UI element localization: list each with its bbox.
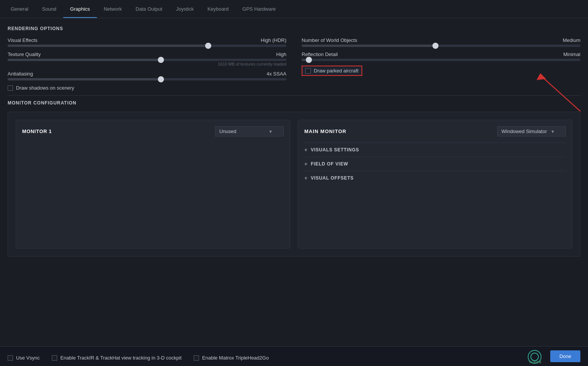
matrox-label: Enable Matrox TripleHead2Go — [202, 355, 269, 361]
trackir-label: Enable TrackIR & TrackHat view tracking … — [60, 355, 182, 361]
rendering-section-header: RENDERING OPTIONS — [8, 26, 580, 31]
matrox-checkbox[interactable] — [194, 355, 199, 361]
world-objects-slider-track — [302, 45, 580, 47]
field-of-view-expand[interactable]: + FIELD OF VIEW — [304, 157, 566, 171]
draw-shadows-label: Draw shadows on scenery — [16, 85, 74, 91]
texture-quality-label: Texture Quality — [8, 51, 41, 57]
svg-line-0 — [542, 77, 580, 111]
draw-shadows-checkbox[interactable] — [8, 85, 13, 91]
rendering-grid: Visual Effects High (HDR) Texture Qualit… — [8, 37, 580, 91]
vsync-label: Use Vsync — [16, 355, 40, 361]
visual-effects-label: Visual Effects — [8, 37, 37, 43]
antialiasing-row: Antialiasing 4x SSAA — [8, 71, 286, 80]
tab-general[interactable]: General — [4, 0, 35, 18]
monitor1-dropdown-value: Unused — [219, 128, 236, 134]
main-monitor-header: MAIN MONITOR Windowed Simulator ▼ — [304, 126, 566, 136]
main-monitor-dropdown-value: Windowed Simulator — [501, 128, 547, 134]
bottom-bar: Use Vsync Enable TrackIR & TrackHat view… — [0, 346, 588, 366]
bottom-bar-right: 飞行家联盟 Done — [525, 349, 580, 364]
draw-parked-highlight: Draw parked aircraft — [302, 66, 362, 76]
texture-quality-slider-thumb[interactable] — [158, 57, 164, 63]
main-content: RENDERING OPTIONS Visual Effects High (H… — [0, 18, 588, 346]
visual-offsets-label: VISUAL OFFSETS — [311, 175, 354, 181]
main-monitor-dropdown-arrow: ▼ — [551, 129, 555, 134]
tab-bar: General Sound Graphics Network Data Outp… — [0, 0, 588, 18]
visual-offsets-icon: + — [304, 175, 308, 181]
visual-offsets-expand[interactable]: + VISUAL OFFSETS — [304, 171, 566, 185]
texture-quality-value: High — [276, 51, 286, 57]
draw-shadows-row: Draw shadows on scenery — [8, 85, 286, 91]
tab-graphics[interactable]: Graphics — [63, 0, 97, 18]
visual-effects-value: High (HDR) — [261, 37, 286, 43]
tab-data-output[interactable]: Data Output — [129, 0, 169, 18]
antialiasing-slider-thumb[interactable] — [158, 76, 164, 82]
monitor1-panel: MONITOR 1 Unused ▼ — [16, 120, 290, 249]
reflection-detail-slider-track — [302, 59, 580, 61]
texture-quality-slider-track — [8, 59, 286, 61]
antialiasing-value: 4x SSAA — [267, 71, 286, 77]
visuals-settings-label: VISUALS SETTINGS — [311, 147, 359, 152]
tab-gps-hardware[interactable]: GPS Hardware — [236, 0, 283, 18]
tab-joystick[interactable]: Joystick — [169, 0, 201, 18]
texture-sub-label: 1610 MB of textures currently loaded — [8, 62, 286, 66]
reflection-detail-row: Reflection Detail Minimal — [302, 51, 580, 61]
right-column: Number of World Objects Medium Reflectio… — [302, 37, 580, 91]
visuals-settings-expand[interactable]: + VISUALS SETTINGS — [304, 143, 566, 157]
world-objects-value: Medium — [563, 37, 580, 43]
texture-quality-row: Texture Quality High 1610 MB of textures… — [8, 51, 286, 66]
monitor1-dropdown[interactable]: Unused ▼ — [215, 126, 284, 136]
trackir-row: Enable TrackIR & TrackHat view tracking … — [52, 355, 182, 361]
reflection-detail-label: Reflection Detail — [302, 51, 338, 57]
monitor1-title: MONITOR 1 — [22, 128, 52, 134]
svg-point-3 — [531, 353, 538, 361]
visual-effects-slider-track — [8, 45, 286, 47]
vsync-row: Use Vsync — [8, 355, 40, 361]
vsync-checkbox[interactable] — [8, 355, 13, 361]
svg-text:飞行家联盟: 飞行家联盟 — [528, 361, 541, 364]
logo: 飞行家联盟 — [525, 349, 544, 364]
draw-parked-row: Draw parked aircraft — [302, 66, 580, 76]
visual-effects-slider-thumb[interactable] — [205, 43, 211, 49]
monitor-config-area: MONITOR 1 Unused ▼ MAIN MONITOR Windowed… — [8, 112, 580, 257]
done-button[interactable]: Done — [550, 350, 580, 362]
world-objects-row: Number of World Objects Medium — [302, 37, 580, 47]
visuals-settings-icon: + — [304, 147, 308, 153]
tab-network[interactable]: Network — [97, 0, 129, 18]
annotation-container: Draw parked aircraft — [302, 66, 580, 76]
reflection-detail-value: Minimal — [563, 51, 580, 57]
draw-parked-checkbox[interactable] — [305, 68, 311, 74]
main-monitor-title: MAIN MONITOR — [304, 128, 346, 134]
tab-keyboard[interactable]: Keyboard — [201, 0, 236, 18]
antialiasing-label: Antialiasing — [8, 71, 33, 77]
annotation-arrow — [508, 69, 584, 115]
reflection-detail-slider-thumb[interactable] — [306, 57, 312, 63]
antialiasing-slider-track — [8, 78, 286, 80]
left-column: Visual Effects High (HDR) Texture Qualit… — [8, 37, 286, 91]
visual-effects-row: Visual Effects High (HDR) — [8, 37, 286, 47]
matrox-row: Enable Matrox TripleHead2Go — [194, 355, 269, 361]
trackir-checkbox[interactable] — [52, 355, 57, 361]
field-of-view-icon: + — [304, 161, 308, 167]
section-divider — [8, 95, 580, 96]
world-objects-slider-thumb[interactable] — [432, 43, 439, 49]
monitor-section-header: MONITOR CONFIGURATION — [8, 100, 580, 106]
tab-sound[interactable]: Sound — [35, 0, 63, 18]
main-monitor-dropdown[interactable]: Windowed Simulator ▼ — [497, 126, 566, 136]
bottom-bar-left: Use Vsync Enable TrackIR & TrackHat view… — [8, 352, 269, 361]
monitor1-header: MONITOR 1 Unused ▼ — [22, 126, 284, 136]
field-of-view-label: FIELD OF VIEW — [311, 161, 348, 167]
draw-parked-label: Draw parked aircraft — [314, 68, 358, 74]
monitor1-dropdown-arrow: ▼ — [268, 129, 273, 134]
world-objects-label: Number of World Objects — [302, 37, 357, 43]
main-monitor-panel: MAIN MONITOR Windowed Simulator ▼ + VISU… — [298, 120, 572, 249]
